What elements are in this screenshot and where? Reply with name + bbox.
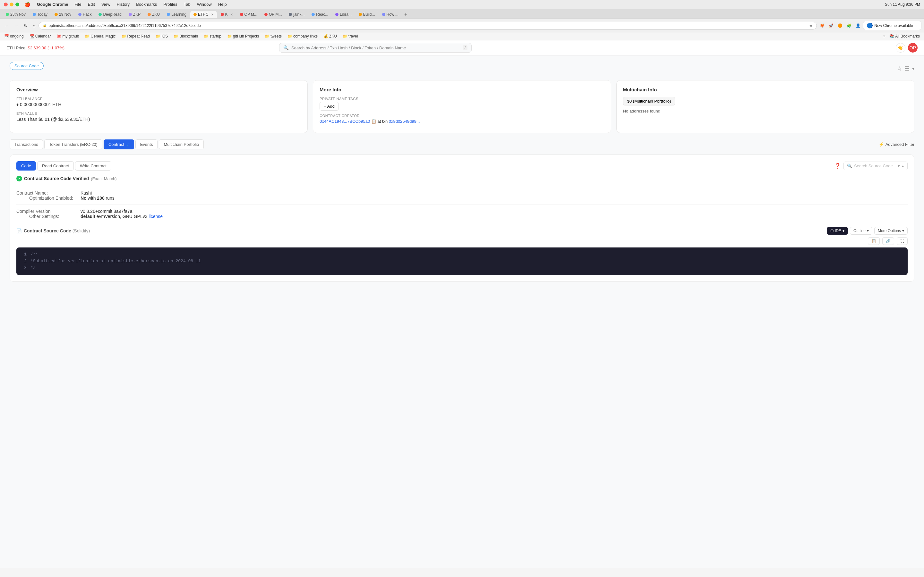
bookmark-startup[interactable]: 📁startup: [202, 33, 223, 39]
ide-button[interactable]: ⬡ IDE ▾: [827, 227, 848, 235]
bookmark-zku[interactable]: 💰ZKU: [322, 33, 338, 39]
creator-address-link[interactable]: 0x44AC1943...7BCCb95a0: [320, 119, 370, 124]
menu-tab[interactable]: Tab: [184, 2, 191, 7]
tab-k[interactable]: K ✕: [218, 11, 236, 18]
address-bar[interactable]: 🔒 optimistic.etherscan.io/address/0xb59c…: [39, 22, 817, 29]
bookmark-tweets[interactable]: 📁tweets: [263, 33, 283, 39]
chevron-up-icon[interactable]: ▴: [902, 163, 904, 168]
tab-29nov[interactable]: 29 Nov: [51, 11, 74, 18]
tab-today[interactable]: Today: [29, 11, 51, 18]
bookmark-company-links[interactable]: 📁company links: [286, 33, 319, 39]
minimize-button[interactable]: [10, 3, 13, 6]
contract-section-header: Code Read Contract Write Contract ❓ 🔍 Se…: [16, 161, 908, 171]
ext-circle[interactable]: 🟠: [836, 22, 844, 29]
more-options-button[interactable]: More Options ▾: [874, 227, 908, 235]
list-icon[interactable]: ☰: [905, 65, 909, 72]
help-icon[interactable]: ❓: [835, 163, 841, 169]
link-code-button[interactable]: 🔗: [882, 237, 894, 245]
creator-txn-link[interactable]: 0x8d02549d99...: [389, 119, 420, 124]
bookmark-ios[interactable]: 📁iOS: [154, 33, 170, 39]
maximize-button[interactable]: [15, 3, 19, 6]
forward-button[interactable]: →: [12, 22, 21, 29]
bookmark-calendar[interactable]: 📆Calendar: [28, 33, 53, 39]
tab-events[interactable]: Events: [136, 139, 158, 149]
code-tab-code[interactable]: Code: [16, 161, 36, 171]
tab-zkp[interactable]: ZKP: [126, 11, 144, 18]
user-icon[interactable]: OP: [908, 43, 918, 53]
menu-history[interactable]: History: [117, 2, 129, 7]
refresh-button[interactable]: ↻: [22, 22, 29, 29]
tab-multichain-portfolio[interactable]: Multichain Portfolio: [159, 139, 204, 149]
ide-logo: ⬡: [830, 229, 834, 233]
header-icons: ☀️ OP: [896, 43, 918, 53]
eth-value-label: ETH VALUE: [16, 111, 301, 115]
window-controls[interactable]: [4, 3, 19, 6]
tab-opm1[interactable]: OP M...: [237, 11, 260, 18]
new-tab-button[interactable]: +: [402, 10, 409, 19]
tab-hack[interactable]: Hack: [75, 11, 95, 18]
menu-help[interactable]: Help: [218, 2, 227, 7]
ext-puzzle[interactable]: 🧩: [845, 22, 853, 29]
etherscan-search-input[interactable]: [291, 45, 460, 50]
tab-learning[interactable]: ETH Price: Learning: [164, 11, 190, 18]
theme-toggle[interactable]: ☀️: [896, 43, 905, 53]
ext-person[interactable]: 👤: [854, 22, 862, 29]
title-bar: 🍎 Google Chrome File Edit View History B…: [0, 0, 924, 9]
menu-file[interactable]: File: [75, 2, 81, 7]
back-button[interactable]: ←: [3, 22, 11, 29]
tab-25nov[interactable]: 25th Nov: [3, 11, 29, 18]
bookmarks-more[interactable]: »: [883, 34, 885, 39]
bookmark-github[interactable]: 🐙my github: [55, 33, 81, 39]
advanced-filter-button[interactable]: ⚡ Advanced Filter: [879, 142, 914, 147]
outline-chevron-down-icon: ▾: [867, 229, 869, 233]
tab-how[interactable]: How ...: [379, 11, 402, 18]
tab-token-transfers[interactable]: Token Transfers (ERC-20): [44, 139, 102, 149]
tab-build[interactable]: Build...: [355, 11, 378, 18]
tab-deepread[interactable]: DeepRead: [95, 11, 124, 18]
copy-icon[interactable]: 📋: [371, 119, 376, 124]
new-chrome-banner[interactable]: 🔵 New Chrome available ⋮: [863, 21, 921, 30]
code-tab-write[interactable]: Write Contract: [75, 161, 111, 171]
tab-contract[interactable]: Contract ✓: [103, 139, 134, 149]
code-content-3: */: [31, 265, 36, 271]
ext-rocket[interactable]: 🚀: [827, 22, 835, 29]
copy-code-button[interactable]: 📋: [868, 237, 880, 245]
menu-bar: Google Chrome File Edit View History Boo…: [37, 2, 227, 7]
bookmark-travel[interactable]: 📁travel: [341, 33, 359, 39]
more-info-card: More Info PRIVATE NAME TAGS + Add CONTRA…: [313, 80, 611, 133]
tab-libra[interactable]: Libra...: [332, 11, 355, 18]
home-button[interactable]: ⌂: [31, 22, 37, 29]
tab-jaink[interactable]: jaink...: [286, 11, 308, 18]
search-source-input[interactable]: 🔍 Search Source Code ▾ ▴: [843, 161, 908, 170]
outline-button[interactable]: Outline ▾: [850, 227, 872, 235]
etherscan-search-bar[interactable]: 🔍 /: [279, 43, 472, 53]
ext-fox[interactable]: 🦊: [818, 22, 826, 29]
bookmark-blockchain[interactable]: 📁Blockchain: [172, 33, 200, 39]
bookmark-ongoing[interactable]: 📅ongoing: [3, 33, 25, 39]
private-name-tags-label: PRIVATE NAME TAGS: [320, 97, 604, 101]
bookmark-all[interactable]: 📚All Bookmarks: [888, 33, 921, 39]
fullscreen-button[interactable]: ⛶: [897, 237, 908, 245]
menu-app-name[interactable]: Google Chrome: [37, 2, 68, 7]
chevron-down-icon[interactable]: ▾: [912, 66, 914, 71]
chevron-down-icon[interactable]: ▾: [898, 163, 900, 168]
multichain-portfolio-btn[interactable]: $0 (Multichain Portfolio): [623, 97, 675, 105]
star-icon[interactable]: ☆: [897, 65, 902, 72]
license-link[interactable]: license: [149, 214, 163, 219]
add-tag-button[interactable]: + Add: [320, 102, 339, 111]
code-tab-read[interactable]: Read Contract: [37, 161, 74, 171]
menu-edit[interactable]: Edit: [87, 2, 95, 7]
menu-window[interactable]: Window: [197, 2, 212, 7]
menu-profiles[interactable]: Profiles: [163, 2, 177, 7]
tab-react[interactable]: Reac...: [309, 11, 331, 18]
bookmark-general-magic[interactable]: 📁General Magic: [83, 33, 117, 39]
close-button[interactable]: [4, 3, 8, 6]
tab-zku[interactable]: ZKU: [144, 11, 163, 18]
menu-bookmarks[interactable]: Bookmarks: [136, 2, 157, 7]
tab-opm2[interactable]: OP M...: [261, 11, 285, 18]
bookmark-github-projects[interactable]: 📁gitHub Projects: [226, 33, 260, 39]
tab-transactions[interactable]: Transactions: [10, 139, 43, 149]
tab-ethc[interactable]: ETHC ✕: [190, 11, 217, 18]
menu-view[interactable]: View: [102, 2, 110, 7]
bookmark-repeat-read[interactable]: 📁Repeat Read: [120, 33, 152, 39]
